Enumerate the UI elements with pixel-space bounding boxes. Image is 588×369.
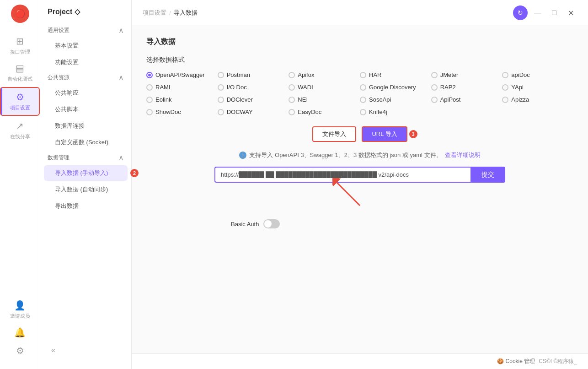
menu-custom-func[interactable]: 自定义函数 (Socket) [44,135,128,150]
footer-copyright: CS©I ©程序猿_ [539,358,577,365]
url-input[interactable] [214,167,470,183]
menu-public-script[interactable]: 公共脚本 [44,102,128,117]
minimize-button[interactable]: — [531,6,544,19]
format-easydoc[interactable]: EasyDoc [289,109,360,115]
format-wadl[interactable]: WADL [289,84,360,91]
info-icon: i [239,152,246,159]
section-general[interactable]: 通用设置 ∧ [40,23,131,38]
radio-apifox[interactable] [289,72,295,78]
basic-auth-label: Basic Auth [231,221,259,228]
menu-import-manual[interactable]: 导入数据 (手动导入) 2 [44,165,128,181]
radio-openapi-swagger[interactable] [146,72,153,78]
breadcrumb-separator: / [169,10,171,16]
menu-db-connection[interactable]: 数据库连接 [44,118,128,134]
radio-nei[interactable] [289,97,295,103]
info-detail-link[interactable]: 查看详细说明 [445,151,481,159]
radio-rap2[interactable] [431,84,438,91]
radio-apipost[interactable] [431,97,438,103]
section-data-management[interactable]: 数据管理 ∧ [40,151,131,165]
project-title[interactable]: Project ◇ [40,7,131,23]
radio-wadl[interactable] [289,84,295,91]
format-rap2[interactable]: RAP2 [431,84,502,91]
radio-doclever[interactable] [218,97,224,103]
radio-apidoc[interactable] [502,72,508,78]
cookie-text[interactable]: 🍪 Cookie 管理 [497,358,535,365]
settings-icon: ⚙ [16,345,24,356]
submit-button[interactable]: 提交 [470,167,505,183]
radio-iodoc[interactable] [218,84,224,91]
online-share-icon: ↗ [16,120,24,131]
format-har[interactable]: HAR [360,71,431,78]
format-jmeter[interactable]: JMeter [431,71,502,78]
menu-function-settings[interactable]: 功能设置 [44,54,128,70]
radio-jmeter[interactable] [431,72,438,78]
sidebar-item-api-manage[interactable]: ⊞ 接口管理 [0,32,40,59]
menu-basic-settings[interactable]: 基本设置 [44,38,128,54]
radio-apizza[interactable] [502,97,508,103]
format-openapi-swagger[interactable]: OpenAPI/Swagger [146,71,218,78]
maximize-icon: □ [552,9,556,17]
sidebar-item-invite-member[interactable]: 👤 邀请成员 [0,296,40,323]
sidebar-footer-collapse[interactable]: « [40,339,131,362]
menu-export-data[interactable]: 导出数据 [44,198,128,214]
basic-auth-row: Basic Auth [146,219,573,228]
radio-postman[interactable] [218,72,224,78]
format-postman[interactable]: Postman [218,71,289,78]
format-sosoapio[interactable]: SosoApi [360,96,431,103]
format-yapi[interactable]: YApi [502,84,573,91]
basic-auth-toggle[interactable] [263,219,280,228]
radio-sosoapio[interactable] [360,97,366,103]
section-public-resources[interactable]: 公共资源 ∧ [40,71,131,85]
sidebar-item-label: 项目设置 [10,104,30,111]
content-area: 导入数据 选择数据格式 OpenAPI/Swagger Postman Apif… [132,26,588,353]
menu-import-auto[interactable]: 导入数据 (自动同步) [44,182,128,197]
format-google-discovery[interactable]: Google Discovery [360,84,431,91]
format-raml[interactable]: RAML [146,84,218,91]
sidebar-item-bottom-settings[interactable]: ⚙ [0,342,40,360]
file-import-button[interactable]: 文件导入 [312,126,356,142]
auto-test-icon: ▤ [16,63,24,74]
format-apizza[interactable]: Apizza [502,96,573,103]
radio-eolink[interactable] [146,97,153,103]
radio-yapi[interactable] [502,84,508,91]
url-input-row: 提交 [146,167,573,183]
url-import-button[interactable]: URL 导入 [362,126,407,142]
format-doclever[interactable]: DOClever [218,96,289,103]
main-sidebar: 🔴 ⊞ 接口管理 ▤ 自动化测试 ⚙ 项目设置 ↗ 在线分享 👤 邀请成员 🔔 … [0,0,40,369]
format-iodoc[interactable]: I/O Doc [218,84,289,91]
sidebar-item-online-share[interactable]: ↗ 在线分享 [0,117,40,144]
radio-docway[interactable] [218,109,224,115]
close-icon: ✕ [568,9,574,17]
sidebar-item-auto-test[interactable]: ▤ 自动化测试 [0,59,40,86]
radio-knife4j[interactable] [360,109,366,115]
format-showdoc[interactable]: ShowDoc [146,109,218,115]
format-section-title: 选择数据格式 [146,56,573,64]
sidebar-item-notifications[interactable]: 🔔 [0,323,40,342]
main-content: 项目设置 / 导入数据 ↻ — □ ✕ 导入数据 选择数据格式 [132,0,588,369]
format-nei[interactable]: NEI [289,96,360,103]
menu-public-response[interactable]: 公共响应 [44,85,128,101]
format-eolink[interactable]: Eolink [146,96,218,103]
api-manage-icon: ⊞ [16,36,24,47]
radio-google-discovery[interactable] [360,84,366,91]
basic-auth-section: Basic Auth [146,219,573,228]
close-button[interactable]: ✕ [564,6,577,19]
radio-easydoc[interactable] [289,109,295,115]
format-docway[interactable]: DOCWAY [218,109,289,115]
refresh-icon: ↻ [518,9,523,16]
format-apipost[interactable]: ApiPost [431,96,502,103]
collapse-sidebar-button[interactable]: « [48,344,59,356]
radio-raml[interactable] [146,84,153,91]
minimize-icon: — [534,9,541,17]
format-apifox[interactable]: Apifox [289,71,360,78]
import-method-row: 文件导入 URL 导入 3 [146,126,573,142]
radio-showdoc[interactable] [146,109,153,115]
toggle-knob [264,220,272,228]
format-apidoc[interactable]: apiDoc [502,71,573,78]
topbar-actions: ↻ — □ ✕ [513,5,577,20]
maximize-button[interactable]: □ [548,6,561,19]
format-knife4j[interactable]: Knife4j [360,109,431,115]
radio-har[interactable] [360,72,366,78]
sidebar-item-project-settings[interactable]: ⚙ 项目设置 [0,87,40,116]
refresh-button[interactable]: ↻ [513,5,528,20]
